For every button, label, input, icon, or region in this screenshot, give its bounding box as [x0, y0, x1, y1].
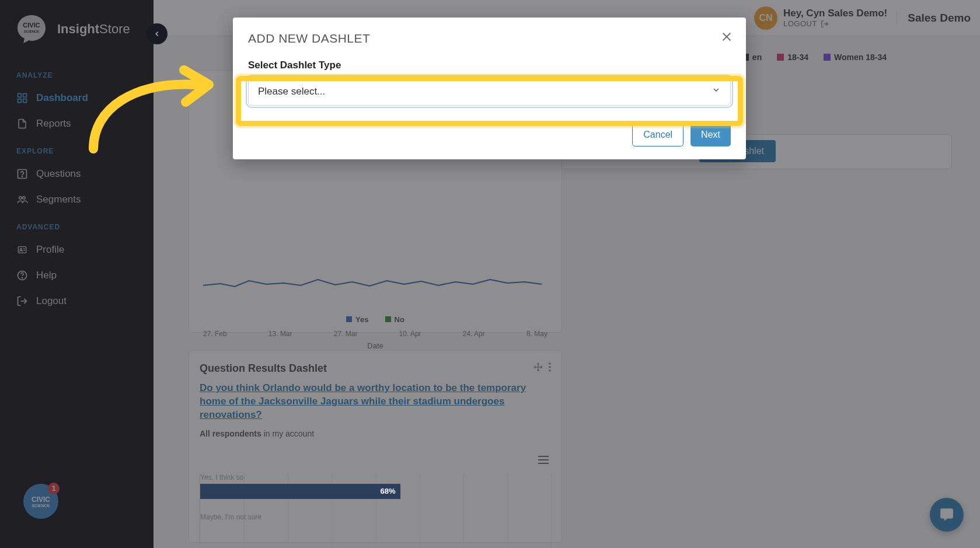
add-dashlet-modal: ADD NEW DASHLET Select Dashlet Type Plea…: [233, 18, 746, 159]
bar-label: Yes, I think so: [200, 473, 551, 481]
close-icon[interactable]: [720, 30, 733, 46]
sidebar-collapse-button[interactable]: [147, 23, 168, 44]
chevron-down-icon: [712, 85, 721, 97]
select-value: Please select...: [258, 86, 325, 97]
next-button[interactable]: Next: [690, 123, 731, 146]
bar-row: 68%: [200, 484, 400, 499]
dashlet-type-select[interactable]: Please select...: [248, 77, 731, 106]
bar-label: Maybe, I'm not sure: [200, 513, 551, 521]
modal-title: ADD NEW DASHLET: [248, 32, 731, 46]
cancel-button[interactable]: Cancel: [632, 123, 683, 146]
select-label: Select Dashlet Type: [248, 60, 731, 71]
